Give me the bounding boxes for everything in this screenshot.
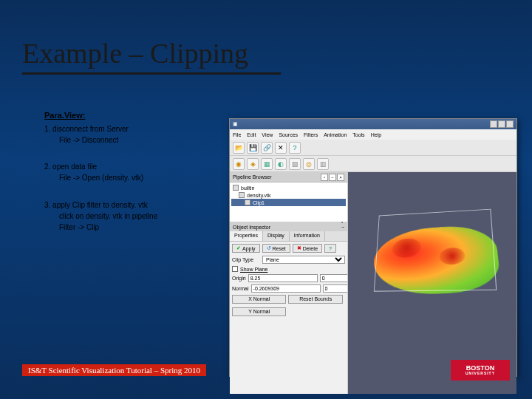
step-3: 3. apply Clip filter to density. vtk cli…	[44, 200, 157, 233]
footer: IS&T Scientific Visualization Tutorial –…	[22, 364, 206, 377]
reset-icon: ↺	[267, 245, 271, 251]
clip-type-select[interactable]: Plane	[262, 256, 345, 264]
panel-min-icon[interactable]: −	[341, 225, 344, 230]
maximize-button[interactable]	[498, 120, 505, 128]
properties-panel: ✔Apply ↺Reset ✖Delete ? Clip Type Plane …	[230, 242, 347, 394]
step-1-text: 1. disconnect from Server	[44, 123, 129, 134]
filter-icon-1[interactable]: ◉	[233, 158, 245, 170]
filter-icon-6[interactable]: ◎	[303, 158, 315, 170]
pipeline-header: Pipeline Browser ▫ − ×	[230, 172, 347, 183]
delete-icon: ✖	[297, 245, 301, 251]
step-2-text: 2. open data file	[44, 161, 143, 172]
origin-y-input[interactable]	[320, 274, 347, 282]
toolbar-2: ◉ ◈ ▦ ◐ ▨ ◎ ▥	[230, 156, 516, 172]
delete-label: Delete	[303, 246, 318, 251]
normal-y-input[interactable]	[323, 284, 347, 293]
toolbar-1: 📂 💾 🔗 ✕ ?	[230, 140, 516, 156]
menu-edit[interactable]: Edit	[247, 132, 256, 137]
y-normal-button[interactable]: Y Normal	[232, 307, 286, 316]
pipeline-header-label: Pipeline Browser	[233, 174, 272, 180]
tab-display[interactable]: Display	[263, 231, 290, 241]
menu-filters[interactable]: Filters	[304, 132, 318, 137]
slide-title: Example – Clipping	[22, 37, 248, 69]
show-plane-label: Show Plane	[240, 267, 267, 272]
eye-icon	[239, 192, 245, 198]
tab-information[interactable]: Information	[290, 231, 325, 241]
step-1: 1. disconnect from Server File -> Discon…	[44, 123, 129, 146]
help-icon[interactable]: ?	[289, 142, 301, 154]
menu-view[interactable]: View	[262, 132, 273, 137]
show-plane-checkbox[interactable]	[232, 266, 238, 272]
step-2-sub: File -> Open (density. vtk)	[59, 172, 143, 183]
pipeline-item-builtin[interactable]: builtin	[231, 184, 346, 191]
x-normal-button[interactable]: X Normal	[232, 295, 286, 304]
clip-type-label: Clip Type	[232, 257, 260, 262]
pipeline-label: builtin	[241, 185, 254, 191]
menu-file[interactable]: File	[233, 132, 241, 137]
title-bar: ▣	[230, 119, 516, 129]
menu-animation[interactable]: Animation	[324, 132, 347, 137]
menubar: File Edit View Sources Filters Animation…	[230, 129, 516, 140]
save-icon[interactable]: 💾	[247, 142, 259, 154]
apply-label: Apply	[242, 246, 256, 251]
reset-label: Reset	[273, 246, 286, 251]
server-icon	[233, 185, 239, 191]
footer-text: IS&T Scientific Visualization Tutorial –…	[22, 364, 206, 376]
menu-tools[interactable]: Tools	[352, 132, 364, 137]
inspector-header: Object Inspector ▫ − ×	[230, 222, 347, 231]
reset-button[interactable]: ↺Reset	[262, 244, 290, 253]
step-2: 2. open data file File -> Open (density.…	[44, 161, 143, 183]
panel-close-icon[interactable]: ×	[337, 174, 344, 181]
delete-button[interactable]: ✖Delete	[293, 244, 322, 253]
close-button[interactable]	[506, 120, 514, 128]
filter-icon-4[interactable]: ◐	[275, 158, 287, 170]
menu-sources[interactable]: Sources	[279, 132, 298, 137]
inspector-header-label: Object Inspector	[233, 225, 270, 230]
filter-icon-3[interactable]: ▦	[261, 158, 273, 170]
connect-icon[interactable]: 🔗	[261, 142, 273, 154]
clip-plane-widget[interactable]	[374, 209, 497, 292]
paraview-window: ▣ File Edit View Sources Filters Animati…	[229, 118, 517, 377]
origin-label: Origin	[232, 276, 246, 281]
apply-button[interactable]: ✔Apply	[232, 244, 260, 253]
pipeline-item-clip1[interactable]: Clip1	[231, 199, 346, 206]
app-icon: ▣	[233, 121, 238, 127]
visualization	[363, 209, 503, 305]
origin-x-input[interactable]	[248, 274, 318, 282]
step-3-sub-1: click on density. vtk in pipeline	[59, 211, 157, 222]
eye-icon	[245, 200, 250, 205]
disconnect-icon[interactable]: ✕	[275, 142, 287, 154]
normal-x-input[interactable]	[251, 284, 321, 293]
logo-sub: UNIVERSITY	[466, 372, 495, 375]
pipeline-item-density[interactable]: density.vtk	[231, 191, 346, 199]
panel-undock-icon[interactable]: ▫	[321, 174, 328, 181]
boston-university-logo: BOSTON UNIVERSITY	[451, 360, 510, 381]
open-icon[interactable]: 📂	[233, 142, 245, 154]
section-header: Para.View:	[44, 111, 85, 120]
minimize-button[interactable]	[490, 120, 497, 128]
inspector-tabs: Properties Display Information	[230, 231, 347, 242]
left-panel: Pipeline Browser ▫ − × builtin density.v…	[230, 172, 348, 394]
panel-undock-icon[interactable]: ▫	[341, 219, 344, 225]
filter-icon-5[interactable]: ▨	[289, 158, 301, 170]
help-button[interactable]: ?	[324, 244, 336, 253]
pipeline-label: Clip1	[253, 200, 265, 205]
title-underline	[22, 72, 281, 75]
step-1-sub: File -> Disconnect	[59, 134, 129, 146]
check-icon: ✔	[236, 245, 241, 251]
step-3-text: 3. apply Clip filter to density. vtk	[44, 200, 157, 211]
step-3-sub-2: Filter -> Clip	[59, 222, 157, 233]
pipeline-browser: builtin density.vtk Clip1	[230, 183, 347, 222]
pipeline-label: density.vtk	[247, 193, 271, 198]
menu-help[interactable]: Help	[371, 132, 381, 137]
panel-min-icon[interactable]: −	[329, 174, 336, 181]
filter-icon-2[interactable]: ◈	[247, 158, 259, 170]
reset-bounds-button[interactable]: Reset Bounds	[288, 295, 342, 304]
tab-properties[interactable]: Properties	[230, 231, 263, 241]
filter-icon-7[interactable]: ▥	[317, 158, 329, 170]
normal-label: Normal	[232, 286, 249, 291]
